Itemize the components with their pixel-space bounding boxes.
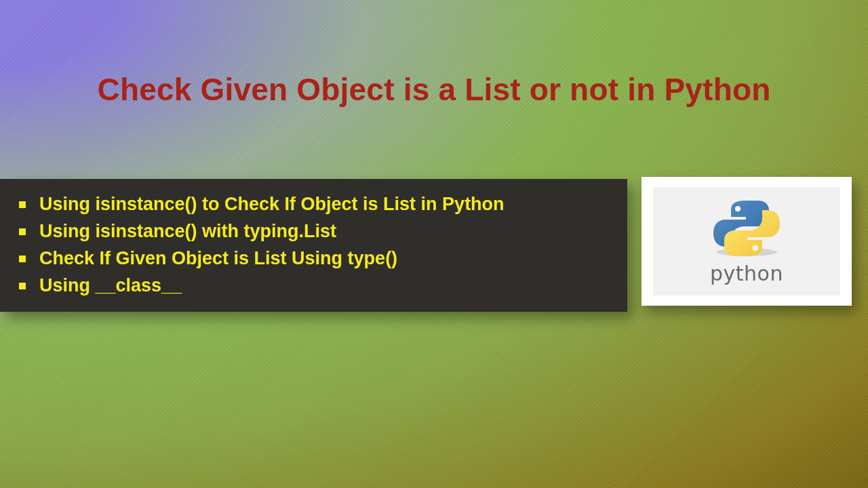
python-logo-icon — [703, 198, 791, 259]
python-logo-caption: python — [710, 262, 783, 285]
slide-title: Check Given Object is a List or not in P… — [0, 71, 868, 108]
python-logo-card: python — [642, 177, 852, 306]
bullet-panel: Using isinstance() to Check If Object is… — [0, 179, 627, 312]
svg-point-2 — [753, 245, 758, 251]
bullet-item: Check If Given Object is List Using type… — [12, 245, 614, 272]
python-logo-inner: python — [653, 187, 840, 296]
bullet-item: Using __class__ — [12, 272, 614, 300]
svg-point-1 — [735, 206, 741, 211]
bullet-item: Using isinstance() with typing.List — [12, 218, 614, 245]
bullet-list: Using isinstance() to Check If Object is… — [12, 191, 614, 300]
bullet-item: Using isinstance() to Check If Object is… — [12, 191, 614, 218]
